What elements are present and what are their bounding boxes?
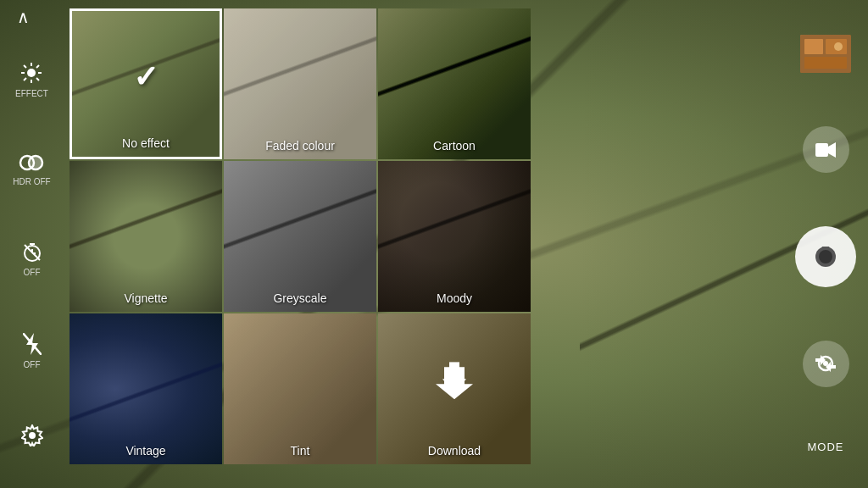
svg-point-10 xyxy=(29,156,42,169)
download-icon xyxy=(436,362,473,407)
effect-vignette[interactable]: Vignette xyxy=(70,161,222,312)
right-panel: MODE xyxy=(783,0,868,488)
svg-point-0 xyxy=(27,69,36,77)
faded-label: Faded colour xyxy=(224,139,376,152)
capture-button[interactable] xyxy=(795,226,856,287)
effect-icon xyxy=(20,62,42,87)
effect-cartoon[interactable]: Cartoon xyxy=(378,8,531,159)
tint-label: Tint xyxy=(224,444,376,458)
collapse-arrow[interactable]: ∧ xyxy=(17,7,30,27)
flash-icon xyxy=(23,333,42,358)
flash-label: OFF xyxy=(24,360,41,369)
hdr-icon xyxy=(19,153,44,175)
svg-point-27 xyxy=(834,42,843,51)
download-label: Download xyxy=(378,444,531,458)
effect-moody[interactable]: Moody xyxy=(378,161,531,312)
svg-rect-21 xyxy=(449,362,459,379)
svg-line-5 xyxy=(24,65,26,68)
svg-marker-29 xyxy=(828,142,836,158)
sidebar-item-settings[interactable] xyxy=(21,424,43,452)
svg-point-19 xyxy=(29,432,36,439)
effect-label: EFFECT xyxy=(15,89,48,98)
sidebar-item-flash[interactable]: OFF xyxy=(23,333,42,369)
no-effect-label: No effect xyxy=(72,136,220,150)
faded-thumb xyxy=(224,8,376,159)
flip-camera-button[interactable] xyxy=(803,341,849,387)
greyscale-label: Greyscale xyxy=(224,291,376,305)
timer-icon xyxy=(22,242,42,266)
effect-tint[interactable]: Tint xyxy=(224,313,376,464)
effect-faded[interactable]: Faded colour xyxy=(224,8,376,159)
sidebar-item-effect[interactable]: EFFECT xyxy=(15,62,48,98)
svg-rect-26 xyxy=(804,57,847,69)
sidebar-item-timer[interactable]: OFF xyxy=(22,242,42,277)
vignette-thumb xyxy=(70,161,222,312)
left-sidebar: EFFECT HDR OFF OFF xyxy=(0,0,64,488)
mode-label: MODE xyxy=(808,441,844,453)
vintage-thumb xyxy=(70,313,222,464)
sidebar-item-hdr[interactable]: HDR OFF xyxy=(13,153,50,186)
svg-line-7 xyxy=(36,65,39,68)
video-button[interactable] xyxy=(803,126,849,173)
vintage-label: Vintage xyxy=(70,444,222,458)
settings-icon xyxy=(21,424,43,450)
svg-line-8 xyxy=(24,78,26,80)
effect-download[interactable]: Download xyxy=(378,313,531,464)
selected-checkmark: ✓ xyxy=(133,59,159,95)
cartoon-label: Cartoon xyxy=(378,139,531,152)
effect-no-effect[interactable]: ✓ No effect xyxy=(70,8,222,159)
moody-label: Moody xyxy=(378,291,531,305)
svg-point-31 xyxy=(819,250,832,263)
effect-greyscale[interactable]: Greyscale xyxy=(224,161,376,312)
tint-thumb xyxy=(224,313,376,464)
cartoon-thumb xyxy=(378,8,531,159)
gallery-thumbnail[interactable] xyxy=(800,35,851,73)
greyscale-thumb xyxy=(224,161,376,312)
effect-vintage[interactable]: Vintage xyxy=(70,313,222,464)
svg-rect-28 xyxy=(815,143,828,157)
moody-thumb xyxy=(378,161,531,312)
effects-grid: ✓ No effect Faded colour Cartoon Vignett… xyxy=(70,8,531,464)
hdr-label: HDR OFF xyxy=(13,177,50,186)
vignette-label: Vignette xyxy=(70,291,222,305)
svg-rect-24 xyxy=(804,39,823,54)
svg-line-6 xyxy=(36,78,39,80)
timer-label: OFF xyxy=(24,268,41,277)
